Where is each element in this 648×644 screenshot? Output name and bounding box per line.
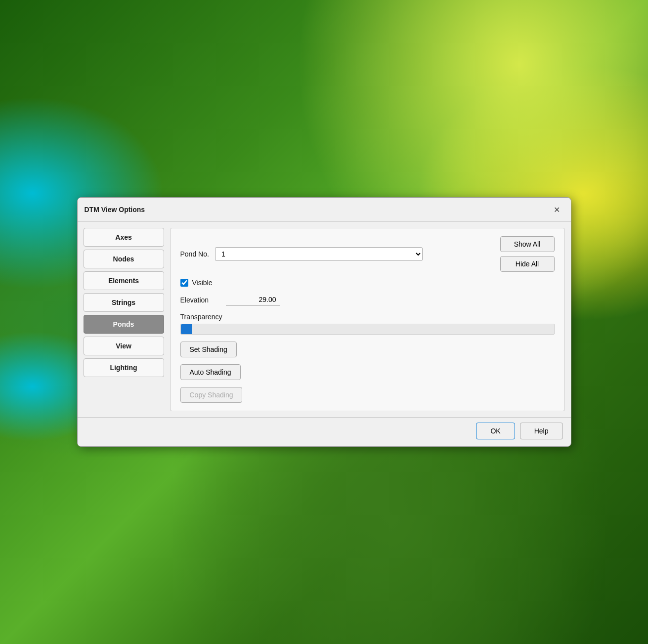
dialog-footer: OK Help: [78, 417, 571, 446]
pond-no-select[interactable]: 1: [215, 247, 423, 261]
ok-button[interactable]: OK: [476, 423, 515, 439]
sidebar-item-elements[interactable]: Elements: [84, 271, 164, 290]
transparency-label: Transparency: [180, 313, 555, 321]
sidebar-item-lighting[interactable]: Lighting: [84, 358, 164, 377]
title-bar: DTM View Options ✕: [78, 198, 571, 222]
elevation-label: Elevation: [180, 296, 220, 304]
sidebar-item-view[interactable]: View: [84, 337, 164, 355]
hide-all-button[interactable]: Hide All: [500, 256, 555, 272]
side-buttons: Show All Hide All: [500, 236, 555, 272]
dialog-title: DTM View Options: [85, 206, 145, 214]
visible-row: Visible: [180, 279, 555, 287]
sidebar: Axes Nodes Elements Strings Ponds View L…: [84, 228, 170, 411]
set-shading-button[interactable]: Set Shading: [180, 342, 237, 357]
elevation-input[interactable]: [226, 294, 280, 306]
close-button[interactable]: ✕: [550, 203, 564, 216]
sidebar-item-axes[interactable]: Axes: [84, 228, 164, 247]
pond-no-label: Pond No.: [180, 250, 209, 258]
visible-checkbox[interactable]: [180, 279, 188, 287]
help-button[interactable]: Help: [520, 423, 563, 439]
dialog-window: DTM View Options ✕ Axes Nodes Elements S…: [77, 197, 571, 447]
dialog-body: Axes Nodes Elements Strings Ponds View L…: [78, 222, 571, 417]
auto-shading-button[interactable]: Auto Shading: [180, 364, 241, 380]
transparency-fill: [181, 324, 192, 334]
transparency-slider[interactable]: [180, 324, 555, 335]
pond-row: Pond No. 1: [180, 247, 423, 261]
copy-shading-button[interactable]: Copy Shading: [180, 387, 243, 403]
sidebar-item-strings[interactable]: Strings: [84, 293, 164, 312]
main-content: Pond No. 1 Show All Hide All Visible Ele…: [170, 228, 565, 411]
sidebar-item-nodes[interactable]: Nodes: [84, 250, 164, 268]
show-all-button[interactable]: Show All: [500, 236, 555, 252]
transparency-section: Transparency: [180, 313, 555, 335]
sidebar-item-ponds[interactable]: Ponds: [84, 315, 164, 334]
top-row: Pond No. 1 Show All Hide All: [180, 236, 555, 272]
visible-label: Visible: [192, 279, 213, 287]
elevation-row: Elevation: [180, 294, 555, 306]
